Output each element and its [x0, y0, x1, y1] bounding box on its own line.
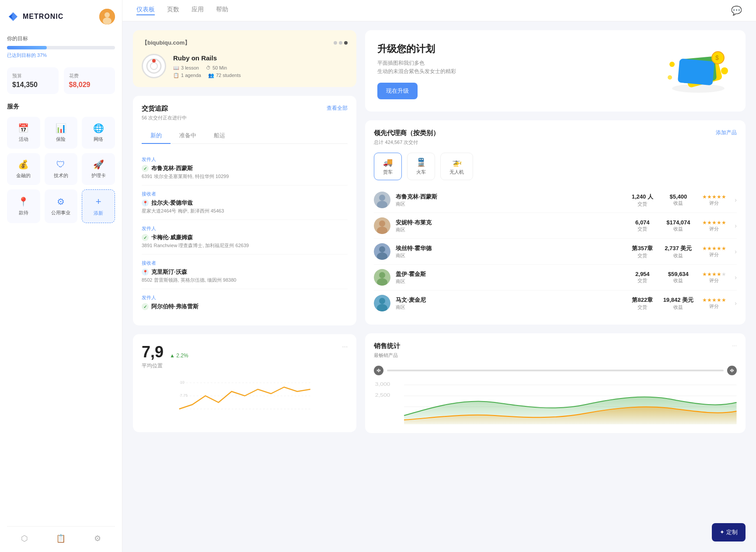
dealer-transactions-3: 第357章 交货 — [627, 245, 658, 259]
sales-more-icon[interactable]: ··· — [732, 342, 737, 350]
rating-label-1: 评分 — [699, 200, 729, 206]
dealer-revenue-5: 19,842 美元 收益 — [663, 296, 693, 311]
upgrade-button[interactable]: 现在升级 — [377, 83, 418, 99]
tab-new[interactable]: 新的 — [142, 128, 171, 144]
dealer-arrow-2[interactable]: › — [735, 222, 737, 229]
add-product-button[interactable]: 添加产品 — [716, 129, 737, 136]
chat-icon[interactable]: 💬 — [731, 5, 742, 16]
budget-label: 预算 — [12, 73, 53, 79]
public-icon: ⚙ — [57, 196, 65, 207]
sidebar-header: METRONIC — [7, 9, 115, 24]
train-label: 火车 — [416, 169, 426, 175]
upgrade-title: 升级您的计划 — [377, 42, 456, 56]
delivery-item-5: 发件人 ✓ 阿尔伯特·弗洛雷斯 — [142, 289, 348, 317]
course-logo — [142, 54, 166, 78]
service-add[interactable]: + 添新 — [82, 189, 115, 223]
sidebar-footer: ⬡ 📋 ⚙ — [7, 526, 115, 543]
dealers-card: 领先代理商（按类别） 添加产品 总计 424,567 次交付 🚚 货车 🚆 火车… — [365, 120, 746, 325]
avatar[interactable] — [99, 9, 115, 24]
cat-drone[interactable]: 🚁 无人机 — [440, 153, 473, 180]
lessons-item: 📖 3 lesson — [173, 65, 199, 71]
finance-label: 金融的 — [16, 172, 31, 179]
dot2 — [339, 41, 342, 45]
transactions-label-2: 交货 — [627, 226, 658, 232]
dealer-region-2: 南区 — [396, 227, 622, 233]
score-more-icon[interactable]: ··· — [342, 343, 348, 351]
dealer-transactions-1: 1,240 人 交货 — [627, 193, 658, 207]
activity-icon: 📅 — [18, 123, 29, 133]
course-content: Ruby on Rails 📖 3 lesson ⏱ 50 Min — [142, 54, 348, 78]
service-public[interactable]: ⚙ 公用事业 — [45, 189, 78, 223]
view-all-button[interactable]: 查看全部 — [327, 105, 348, 112]
public-label: 公用事业 — [51, 210, 70, 216]
cat-train[interactable]: 🚆 火车 — [407, 153, 435, 180]
insurance-label: 保险 — [56, 136, 66, 143]
dealer-name-5: 马文·麦金尼 — [396, 296, 622, 304]
dealer-rating-2: ★★★★★ 评分 — [699, 220, 729, 232]
service-reception[interactable]: 📍 款待 — [7, 189, 40, 223]
revenue-label-4: 收益 — [663, 277, 693, 284]
delivery-card: 交货追踪 查看全部 56 次交付正在进行中 新的 准备中 船运 发件人 ✓ 布鲁… — [133, 96, 356, 325]
nav-dashboard[interactable]: 仪表板 — [136, 6, 155, 15]
dealer-arrow-3[interactable]: › — [735, 248, 737, 255]
tab-shipping[interactable]: 船运 — [205, 128, 234, 144]
service-tech[interactable]: 🛡 技术的 — [45, 153, 78, 185]
delivery-item-4: 接收者 📍 克里斯汀·沃森 8502 普雷斯顿路, 英格尔伍德, 缅因州 983… — [142, 255, 348, 289]
nav-pages[interactable]: 页数 — [167, 6, 179, 15]
name-5: ✓ 阿尔伯特·弗洛雷斯 — [142, 303, 348, 311]
dealer-revenue-3: 2,737 美元 收益 — [663, 245, 693, 259]
dealer-avatar-2 — [374, 217, 390, 234]
dealer-transactions-2: 6,074 交货 — [627, 219, 658, 232]
settings-icon[interactable]: ⚙ — [94, 534, 101, 543]
svg-text:10: 10 — [180, 380, 185, 384]
reception-icon: 📍 — [18, 196, 29, 207]
cat-truck[interactable]: 🚚 货车 — [374, 153, 402, 180]
nav-apps[interactable]: 应用 — [192, 6, 204, 15]
agenda-value: 1 agenda — [181, 73, 201, 78]
service-insurance[interactable]: 📊 保险 — [45, 117, 78, 149]
dealer-arrow-1[interactable]: › — [735, 196, 737, 203]
students-item: 👥 72 students — [208, 73, 241, 78]
expense-value: $8,029 — [69, 81, 110, 89]
role-4: 接收者 — [142, 260, 348, 266]
stars-2: ★★★★★ — [699, 220, 729, 226]
svg-point-5 — [152, 59, 156, 63]
status-icon-3: ✓ — [142, 234, 149, 241]
dealer-rating-1: ★★★★★ 评分 — [699, 194, 729, 206]
revenue-val-4: $59,634 — [663, 271, 693, 277]
transactions-label-4: 交货 — [627, 277, 658, 284]
score-trend: ▲ 2.2% — [170, 353, 188, 359]
document-icon[interactable]: 📋 — [56, 534, 66, 543]
service-network[interactable]: 🌐 网络 — [82, 117, 115, 149]
nursing-label: 护理卡 — [91, 172, 106, 179]
service-activity[interactable]: 📅 活动 — [7, 117, 40, 149]
nav-help[interactable]: 帮助 — [216, 6, 228, 15]
dealer-name-3: 埃丝特·霍华德 — [396, 245, 622, 252]
dealer-transactions-5: 第822章 交货 — [627, 296, 658, 311]
dealer-arrow-4[interactable]: › — [735, 274, 737, 281]
dealer-row-5: 马文·麦金尼 南区 第822章 交货 19,842 美元 收益 ★★★★★ 评分 — [374, 290, 737, 316]
dealer-arrow-5[interactable]: › — [735, 300, 737, 307]
service-finance[interactable]: 💰 金融的 — [7, 153, 40, 185]
svg-text:7.75: 7.75 — [180, 393, 188, 398]
service-nursing[interactable]: 🚀 护理卡 — [82, 153, 115, 185]
insurance-icon: 📊 — [56, 123, 66, 133]
upgrade-desc: 平面插图和我们多色生动的未混合紫色头发女士的精彩 — [377, 59, 456, 76]
dealers-subtitle: 总计 424,567 次交付 — [374, 139, 737, 146]
transactions-label-5: 交货 — [627, 304, 658, 311]
customize-button[interactable]: ✦ 定制 — [712, 523, 746, 542]
goal-label: 你的目标 — [7, 35, 115, 42]
transactions-val-1: 1,240 人 — [627, 193, 658, 201]
transactions-val-2: 6,074 — [627, 219, 658, 226]
course-meta: 📖 3 lesson ⏱ 50 Min 📋 — [173, 65, 241, 78]
course-header: 【biqubiqu.com】 — [142, 39, 348, 47]
stars-1: ★★★★★ — [699, 194, 729, 200]
role-2: 接收者 — [142, 191, 348, 197]
tab-preparing[interactable]: 准备中 — [171, 128, 205, 144]
network-label: 网络 — [94, 136, 103, 143]
svg-point-18 — [669, 62, 675, 67]
course-title: Ruby on Rails — [173, 54, 241, 62]
sales-subtitle: 最畅销产品 — [374, 352, 737, 359]
course-info: Ruby on Rails 📖 3 lesson ⏱ 50 Min — [173, 54, 241, 78]
layers-icon[interactable]: ⬡ — [21, 534, 28, 543]
